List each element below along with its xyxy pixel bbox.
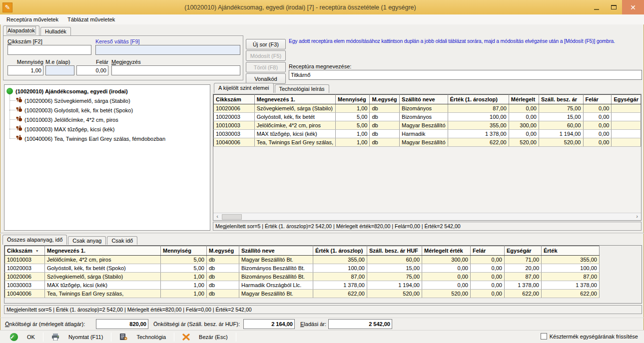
column-header[interactable]: Egységár: [612, 95, 641, 104]
table-cell: 300,00: [509, 121, 539, 130]
column-header[interactable]: Érték (1. ároszlop): [448, 95, 509, 104]
print-button[interactable]: Nyomtat (F11): [44, 332, 110, 343]
minimize-button[interactable]: [588, 0, 605, 14]
me-alap-input[interactable]: [45, 65, 74, 75]
table-row[interactable]: 10020006Szövegkiemelő, sárga (Stabilo)1,…: [5, 273, 600, 281]
maximize-button[interactable]: [605, 0, 622, 14]
table-cell: 87,00: [542, 273, 600, 281]
table-row[interactable]: 10030003MAX tűzőgép, kicsi (kék)1,00dbHa…: [5, 281, 600, 290]
tree-item-label: (10020006) Szövegkiemelő, sárga (Stabilo…: [24, 98, 130, 104]
ok-button[interactable]: ✓ OK: [3, 332, 42, 343]
totals-bar: Önköltségi ár (mérlegelt átlagár): Önköl…: [0, 318, 644, 330]
app-icon: ✎: [2, 2, 12, 12]
scroll-thumb[interactable]: [222, 214, 242, 220]
tab-hulladek[interactable]: Hulladék: [40, 27, 71, 35]
column-header[interactable]: Mennyiség: [335, 95, 369, 104]
menu-item-receptura-muveletek[interactable]: Receptúra műveletek: [2, 15, 63, 23]
close-button[interactable]: ✕: [622, 0, 644, 14]
column-header[interactable]: Mérlegelt érték: [422, 246, 471, 256]
column-header[interactable]: Megnevezés 1.: [45, 246, 161, 256]
table-cell: 0,00: [583, 113, 612, 121]
tab-alapadatok[interactable]: Alapadatok: [3, 25, 39, 35]
table-cell: 0,00: [509, 130, 539, 138]
splitter[interactable]: [0, 233, 644, 234]
scroll-right-arrow-icon[interactable]: ›: [633, 213, 641, 221]
toolbar-separator: [174, 333, 174, 342]
mennyiseg-input[interactable]: [7, 65, 43, 75]
column-header[interactable]: Megnevezés 1.: [254, 95, 335, 104]
tree-item[interactable]: (10010003) Jelölőcímke, 4*2 cm, piros: [5, 115, 209, 124]
column-header[interactable]: Mérlegelt: [509, 95, 539, 104]
bezar-button[interactable]: Bezár (Esc): [175, 332, 234, 343]
table-cell: 355,00: [542, 256, 600, 264]
column-header[interactable]: Száll. besz. ár HUF: [367, 246, 422, 256]
checkbox-label: Késztermék egységárának frissítése: [550, 334, 638, 340]
column-header[interactable]: Érték (1. ároszlop): [313, 246, 367, 256]
tab-osszes-alapanyag-ido[interactable]: Összes alapanyag, idő: [2, 235, 67, 245]
new-row-button[interactable]: Új sor (F3): [246, 39, 286, 49]
table-cell: 10020006: [5, 273, 45, 281]
column-header[interactable]: Szállító neve: [239, 246, 313, 256]
update-price-checkbox[interactable]: Késztermék egységárának frissítése: [541, 333, 638, 340]
tree-item[interactable]: (10040006) Tea, Twinings Earl Grey szála…: [5, 134, 209, 143]
table-row[interactable]: 10020006Szövegkiemelő, sárga (Stabilo)1,…: [214, 104, 641, 113]
table-row[interactable]: 10020003Golyóstoll, kék, fix betét5,00db…: [214, 113, 641, 121]
tree-root[interactable]: (10020010) Ajándékcsomag, egyedi (irodai…: [5, 86, 209, 96]
column-header[interactable]: M.egység: [207, 246, 239, 256]
component-icon: [16, 135, 22, 142]
recipe-name-input[interactable]: [289, 70, 642, 80]
cikkszam-input[interactable]: [7, 45, 91, 55]
felar-input[interactable]: [76, 65, 108, 75]
tab-technologiai-leiras[interactable]: Technológiai leírás: [275, 84, 329, 93]
table-cell: Tea, Twinings Earl Grey szálas,: [45, 290, 161, 298]
table-row[interactable]: 10010003Jelölőcímke, 4*2 cm, piros5,00db…: [214, 121, 641, 130]
summary-status-bar: Megjelenített sor=5 | Érték (1. ároszlop…: [4, 305, 642, 314]
column-header[interactable]: Cikkszám: [214, 95, 255, 104]
scroll-left-arrow-icon[interactable]: ‹: [213, 213, 221, 221]
table-cell: 10040006: [5, 290, 45, 298]
close-icon: ✕: [630, 3, 636, 11]
tab-kijelolt-szint-elemei[interactable]: A kijelölt szint elemei: [214, 83, 274, 93]
tab-csak-anyag[interactable]: Csak anyag: [68, 236, 106, 245]
kereso-valtas-label[interactable]: Kereső váltás [F9]: [95, 38, 140, 44]
felar-label: Felár: [76, 59, 108, 65]
table-row[interactable]: 10040006Tea, Twinings Earl Grey szálas,1…: [5, 290, 600, 298]
column-header[interactable]: Mennyiség: [161, 246, 207, 256]
onkoltsegi-szall-input[interactable]: [243, 319, 295, 329]
tree-item-label: (10010003) Jelölőcímke, 4*2 cm, piros: [24, 117, 118, 123]
column-header[interactable]: Felár: [471, 246, 505, 256]
table-cell: db: [207, 290, 239, 298]
barcode-button[interactable]: Vonalkód: [246, 73, 286, 84]
table-row[interactable]: 10010003Jelölőcímke, 4*2 cm, piros5,00db…: [5, 256, 600, 264]
delete-button[interactable]: Töröl (F8): [246, 62, 286, 72]
tree-children: (10020006) Szövegkiemelő, sárga (Stabilo…: [5, 96, 209, 143]
column-header[interactable]: Cikkszám▼: [5, 246, 45, 256]
kereso-valtas-input[interactable]: [95, 45, 240, 55]
table-cell: [612, 130, 641, 138]
menu-item-tablazat-muveletek[interactable]: Táblázat műveletek: [63, 15, 119, 23]
tree-item[interactable]: (10020003) Golyóstoll, kék, fix betét (S…: [5, 105, 209, 115]
h-scrollbar[interactable]: ‹ ›: [213, 213, 641, 220]
eladasi-ar-input[interactable]: [328, 319, 392, 329]
table-row[interactable]: 10030003MAX tűzőgép, kicsi (kék)1,00dbHa…: [214, 130, 641, 138]
tree-item[interactable]: (10030003) MAX tűzőgép, kicsi (kék): [5, 124, 209, 134]
onkoltsegi-merlegelt-input[interactable]: [96, 319, 148, 329]
column-header[interactable]: Száll. besz. ár: [539, 95, 583, 104]
table-row[interactable]: 10040006Tea, Twinings Earl Grey szálas,1…: [214, 138, 641, 147]
technologia-button[interactable]: Technológia: [112, 332, 173, 343]
column-header[interactable]: Egységár: [505, 246, 542, 256]
megjegyzes-input[interactable]: [111, 65, 240, 75]
table-cell: [612, 113, 641, 121]
table-row[interactable]: 10020003Golyóstoll, kék, fix betét (Spok…: [5, 264, 600, 273]
modify-button[interactable]: Módosít (F5): [246, 50, 286, 61]
table-cell: db: [207, 256, 239, 264]
table-cell: 100,00: [313, 264, 367, 273]
table-cell: MAX tűzőgép, kicsi (kék): [45, 281, 161, 290]
tree-item-label: (10020003) Golyóstoll, kék, fix betét (S…: [24, 107, 133, 113]
tree-item[interactable]: (10020006) Szövegkiemelő, sárga (Stabilo…: [5, 96, 209, 105]
column-header[interactable]: Felár: [583, 95, 612, 104]
tab-csak-ido[interactable]: Csak idő: [107, 236, 137, 245]
column-header[interactable]: Érték: [542, 246, 600, 256]
column-header[interactable]: Szállító neve: [400, 95, 448, 104]
column-header[interactable]: M.egység: [370, 95, 400, 104]
